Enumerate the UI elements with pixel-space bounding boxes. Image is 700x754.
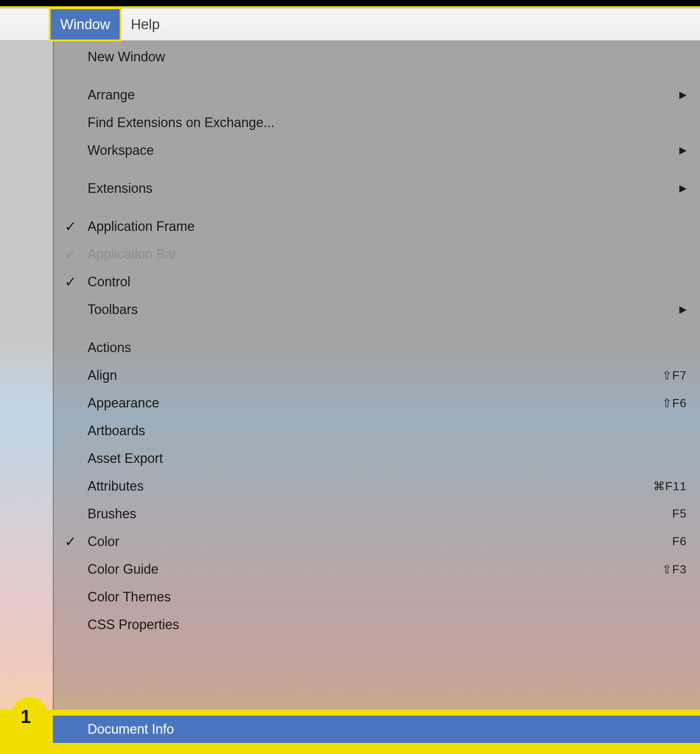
menu-color-guide[interactable]: Color Guide ⇧F3 [53,555,700,583]
submenu-chevron-icon: ▶ [679,183,687,194]
menu-separator [53,207,700,208]
menu-label: Brushes [88,506,136,522]
submenu-chevron-icon: ▶ [679,89,687,100]
window-menu-dropdown: New Window Arrange ▶ Find Extensions on … [53,41,700,754]
menu-shortcut: ⇧F3 [662,562,687,576]
menu-label: Appearance [88,395,159,411]
menu-extensions[interactable]: Extensions ▶ [53,174,700,202]
menu-label: Asset Export [88,451,163,466]
menu-label: New Window [88,49,165,65]
menu-application-bar: ✓ Application Bar [53,240,700,268]
menu-label: Actions [88,340,131,355]
menu-label: Artboards [88,423,145,438]
menu-label: Control [88,274,130,289]
checkmark-icon: ✓ [65,535,77,549]
menu-separator [53,169,700,170]
menu-separator [53,75,700,76]
menu-separator [53,328,700,329]
menu-asset-export[interactable]: Asset Export [53,444,700,472]
window-top-black-bar [0,0,700,8]
menu-control[interactable]: ✓ Control [53,268,700,296]
submenu-chevron-icon: ▶ [679,303,687,315]
menu-brushes[interactable]: Brushes F5 [53,500,700,527]
menu-css-properties[interactable]: CSS Properties [53,611,700,638]
menu-label: Color Guide [88,562,158,577]
menu-label: Align [88,368,117,383]
menu-label: CSS Properties [88,617,179,632]
menu-attributes[interactable]: Attributes ⌘F11 [53,472,700,500]
submenu-chevron-icon: ▶ [679,144,687,156]
menu-label: Document Info [88,721,174,737]
menu-shortcut: ⌘F11 [653,479,687,493]
menu-new-window[interactable]: New Window [53,43,700,70]
checkmark-icon: ✓ [65,219,77,233]
menu-label: Toolbars [88,302,138,318]
menu-label: Application Bar [88,246,177,262]
menu-label: Attributes [88,479,144,494]
menubar-spacer [0,8,50,40]
menu-shortcut: F5 [672,507,687,521]
menu-label: Extensions [88,181,153,196]
menu-align[interactable]: Align ⇧F7 [53,361,700,389]
menu-label: Application Frame [88,219,195,234]
menu-label: Color [88,534,119,549]
menu-arrange[interactable]: Arrange ▶ [53,81,700,109]
menu-shortcut: ⇧F7 [662,368,687,382]
menu-color[interactable]: ✓ Color F6 [53,527,700,555]
menu-document-info[interactable]: Document Info [53,716,700,743]
menu-shortcut: ⇧F6 [662,396,687,410]
menubar-window[interactable]: Window [50,8,120,40]
menu-appearance[interactable]: Appearance ⇧F6 [53,389,700,417]
menu-application-frame[interactable]: ✓ Application Frame [53,213,700,240]
menubar: Window Help [0,8,700,41]
annotation-callout: 1 Document Info [0,710,700,754]
menu-label: Color Themes [88,589,171,605]
checkmark-icon: ✓ [65,275,77,289]
menu-label: Workspace [88,142,154,158]
menu-workspace[interactable]: Workspace ▶ [53,136,700,164]
checkmark-icon: ✓ [65,247,77,261]
menu-label: Find Extensions on Exchange... [88,115,275,130]
menu-toolbars[interactable]: Toolbars ▶ [53,296,700,323]
menu-shortcut: F6 [672,535,687,548]
menu-artboards[interactable]: Artboards [53,417,700,444]
menubar-help[interactable]: Help [120,8,170,40]
menu-label: Arrange [88,87,135,103]
annotation-number: 1 [21,706,31,727]
menu-color-themes[interactable]: Color Themes [53,583,700,611]
menu-actions[interactable]: Actions [53,333,700,361]
menu-find-extensions[interactable]: Find Extensions on Exchange... [53,109,700,136]
